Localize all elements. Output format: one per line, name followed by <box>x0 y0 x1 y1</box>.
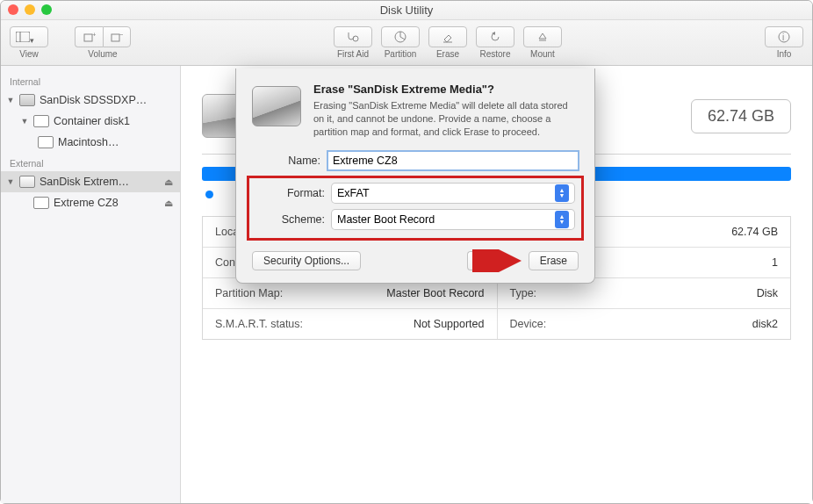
info-child-val: 1 <box>772 256 778 269</box>
info-icon: i <box>778 31 790 43</box>
partition-label: Partition <box>385 49 417 59</box>
svg-rect-2 <box>84 34 92 41</box>
svg-rect-0 <box>16 32 30 42</box>
sidebar-item-external-volume[interactable]: ▼ Extreme CZ8 ⏏ <box>1 192 180 213</box>
disk-utility-window: Disk Utility View + − Volume <box>0 0 813 504</box>
volume-add-button[interactable]: + <box>75 26 103 47</box>
sidebar-icon <box>16 32 30 42</box>
close-icon[interactable] <box>8 4 18 15</box>
view-button[interactable] <box>10 26 48 47</box>
info-partition-val: Master Boot Record <box>386 287 484 299</box>
format-label: Format: <box>256 187 332 199</box>
pie-icon <box>394 31 406 43</box>
select-stepper-icon: ▲▼ <box>555 184 569 202</box>
info-smart-key: S.M.A.R.T. status: <box>215 318 303 330</box>
toolbar-info: i Info <box>765 26 803 59</box>
info-type-key: Type: <box>510 287 537 299</box>
sidebar-item-macintosh[interactable]: Macintosh… <box>1 132 180 153</box>
scheme-value: Master Boot Record <box>337 213 435 226</box>
select-stepper-icon: ▲▼ <box>555 211 569 228</box>
svg-text:+: + <box>92 32 96 39</box>
scheme-label: Scheme: <box>256 213 332 226</box>
info-capacity-val: 62.74 GB <box>731 226 778 238</box>
minimize-icon[interactable] <box>25 4 35 15</box>
scheme-select[interactable]: Master Boot Record ▲▼ <box>332 210 574 229</box>
disk-icon <box>19 94 35 106</box>
sidebar-item-container[interactable]: ▼ Container disk1 <box>1 111 180 132</box>
sidebar-header-external: External <box>1 153 180 171</box>
svg-text:−: − <box>119 32 123 39</box>
chevron-down-icon <box>30 31 42 43</box>
format-value: ExFAT <box>337 187 370 199</box>
toolbar: View + − Volume First Aid Partition Eras… <box>1 20 812 66</box>
info-button[interactable]: i <box>765 26 803 47</box>
name-input[interactable] <box>327 151 579 170</box>
zoom-icon[interactable] <box>41 4 52 15</box>
toolbar-volume: + − Volume <box>75 26 131 59</box>
toolbar-center: First Aid Partition Erase Restore Mount <box>334 26 562 59</box>
disclosure-triangle-icon[interactable]: ▼ <box>6 96 15 104</box>
window-title: Disk Utility <box>380 4 434 17</box>
stethoscope-icon <box>346 31 360 43</box>
eject-icon[interactable]: ⏏ <box>164 198 173 209</box>
restore-button[interactable] <box>476 26 514 47</box>
volume-icon <box>33 197 49 209</box>
svg-rect-4 <box>112 34 119 41</box>
first-aid-label: First Aid <box>337 49 369 59</box>
erase-form: Name: Format: ExFAT ▲▼ Scheme: Master Bo… <box>252 151 579 270</box>
info-smart-val: Not Supported <box>414 318 485 330</box>
sidebar-item-label: Macintosh… <box>58 136 119 148</box>
toolbar-view-label: View <box>19 49 39 59</box>
mount-icon <box>536 31 549 43</box>
sidebar-item-external-disk[interactable]: ▼ SanDisk Extrem… ⏏ <box>1 171 180 192</box>
sidebar-item-label: SanDisk SDSSDXP… <box>40 94 147 106</box>
restore-icon <box>489 31 501 43</box>
capacity-pill: 62.74 GB <box>691 99 791 133</box>
info-device-val: disk2 <box>752 318 778 330</box>
toolbar-volume-label: Volume <box>88 49 117 59</box>
sidebar-item-label: Extreme CZ8 <box>54 197 119 209</box>
format-select[interactable]: ExFAT ▲▼ <box>332 184 574 203</box>
info-device-key: Device: <box>510 318 547 330</box>
sheet-description: Erasing "SanDisk Extreme Media" will del… <box>313 99 579 139</box>
erase-button[interactable] <box>428 26 467 47</box>
svg-text:i: i <box>782 32 784 42</box>
sidebar-item-internal-disk[interactable]: ▼ SanDisk SDSSDXP… <box>1 90 180 111</box>
erase-icon <box>442 31 454 43</box>
container-icon <box>33 115 49 127</box>
volume-plus-icon: + <box>83 32 96 42</box>
sidebar-item-label: SanDisk Extrem… <box>40 176 129 188</box>
disclosure-triangle-icon[interactable]: ▼ <box>20 117 29 126</box>
usb-disk-icon <box>19 176 35 188</box>
info-label: Info <box>777 49 792 59</box>
highlighted-options: Format: ExFAT ▲▼ Scheme: Master Boot Rec… <box>247 176 584 241</box>
info-partition-key: Partition Map: <box>215 287 283 299</box>
sidebar-header-internal: Internal <box>1 71 180 90</box>
info-type-val: Disk <box>757 287 778 299</box>
mount-button[interactable] <box>523 26 562 47</box>
erase-confirm-button[interactable]: Erase <box>529 251 579 270</box>
mount-label: Mount <box>530 49 555 59</box>
window-controls <box>8 4 52 15</box>
eject-icon[interactable]: ⏏ <box>164 176 173 188</box>
security-options-button[interactable]: Security Options... <box>252 251 361 270</box>
cancel-button-partial[interactable] <box>467 251 483 270</box>
erase-sheet: Erase "SanDisk Extreme Media"? Erasing "… <box>235 68 595 284</box>
sheet-title: Erase "SanDisk Extreme Media"? <box>313 83 579 96</box>
sheet-disk-icon <box>252 83 301 132</box>
volume-minus-icon: − <box>111 32 123 42</box>
name-label: Name: <box>252 155 327 167</box>
legend-dot-icon <box>205 191 213 198</box>
sidebar: Internal ▼ SanDisk SDSSDXP… ▼ Container … <box>1 66 181 503</box>
volume-icon <box>38 136 54 148</box>
disclosure-triangle-icon[interactable]: ▼ <box>6 177 15 186</box>
restore-label: Restore <box>479 49 510 59</box>
first-aid-button[interactable] <box>334 26 372 47</box>
volume-remove-button[interactable]: − <box>103 26 131 47</box>
toolbar-view: View <box>10 26 48 59</box>
sidebar-item-label: Container disk1 <box>54 115 130 127</box>
titlebar: Disk Utility <box>1 1 812 20</box>
erase-label: Erase <box>436 49 459 59</box>
partition-button[interactable] <box>381 26 420 47</box>
